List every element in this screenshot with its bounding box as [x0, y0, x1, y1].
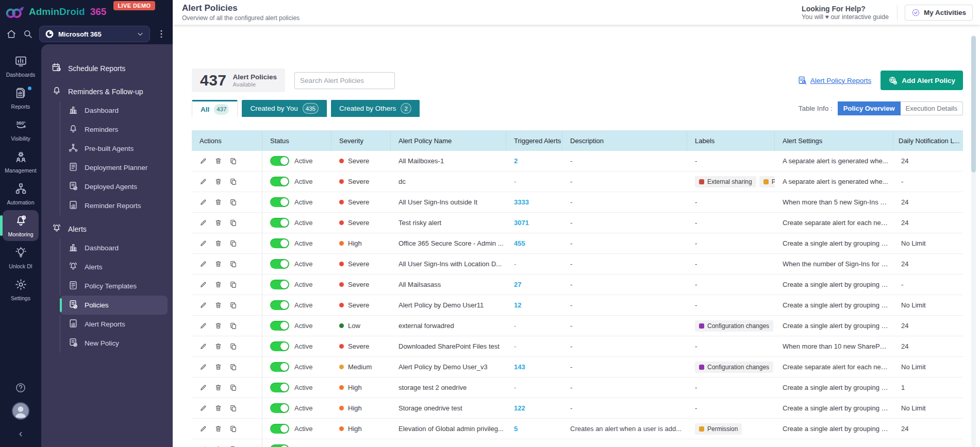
edit-icon[interactable] [200, 178, 207, 185]
sidebar-item-policy-templates[interactable]: Policy Templates [60, 277, 168, 296]
triggered-alerts-link[interactable]: 143 [506, 363, 562, 371]
sidebar-item-deployed-agents[interactable]: Deployed Agents [60, 177, 168, 196]
edit-icon[interactable] [200, 198, 207, 206]
copy-icon[interactable] [229, 157, 237, 165]
copy-icon[interactable] [229, 178, 237, 185]
tab-created-by-others[interactable]: Created by Others 2 [331, 100, 420, 117]
search-icon[interactable] [23, 29, 33, 39]
delete-icon[interactable] [214, 322, 222, 330]
delete-icon[interactable] [214, 260, 222, 268]
home-icon[interactable] [6, 29, 16, 39]
triggered-alerts-link[interactable]: 122 [506, 404, 562, 412]
avatar[interactable] [12, 402, 29, 420]
status-toggle[interactable] [270, 444, 289, 447]
copy-icon[interactable] [229, 219, 237, 227]
delete-icon[interactable] [214, 239, 222, 247]
triggered-alerts-link[interactable]: 12 [506, 301, 562, 309]
tab-all[interactable]: All 437 [192, 100, 238, 117]
edit-icon[interactable] [200, 239, 207, 247]
status-toggle[interactable] [270, 383, 289, 392]
delete-icon[interactable] [214, 363, 222, 371]
collapse-sidebar-icon[interactable]: ‹ [15, 428, 26, 440]
status-toggle[interactable] [270, 362, 289, 372]
delete-icon[interactable] [214, 425, 222, 433]
triggered-alerts-link[interactable]: 455 [506, 239, 562, 247]
copy-icon[interactable] [229, 342, 237, 350]
copy-icon[interactable] [229, 239, 237, 247]
status-toggle[interactable] [270, 424, 289, 434]
sidebar-item-alerts[interactable]: Alerts [60, 257, 168, 277]
sidebar-item-alerts[interactable]: Alerts [47, 219, 168, 238]
edit-icon[interactable] [200, 384, 207, 391]
status-toggle[interactable] [270, 403, 289, 413]
copy-icon[interactable] [229, 404, 237, 412]
sidebar-item-schedule-reports[interactable]: Schedule Reports [47, 59, 168, 78]
edit-icon[interactable] [200, 342, 207, 350]
sidebar-item-deployment-planner[interactable]: Deployment Planner [60, 158, 168, 177]
triggered-alerts-link[interactable]: 3333 [506, 198, 562, 206]
edit-icon[interactable] [200, 260, 207, 268]
triggered-alerts-link[interactable]: - [506, 322, 562, 330]
triggered-alerts-link[interactable]: 3071 [506, 219, 562, 227]
edit-icon[interactable] [200, 363, 207, 371]
triggered-alerts-link[interactable]: - [506, 178, 562, 185]
scrollbar[interactable] [971, 35, 976, 447]
copy-icon[interactable] [229, 281, 237, 288]
copy-icon[interactable] [229, 301, 237, 309]
triggered-alerts-link[interactable]: - [506, 260, 562, 268]
status-toggle[interactable] [270, 300, 289, 310]
help-icon[interactable] [15, 382, 26, 393]
status-toggle[interactable] [270, 218, 289, 228]
delete-icon[interactable] [214, 384, 222, 391]
delete-icon[interactable] [214, 404, 222, 412]
delete-icon[interactable] [214, 219, 222, 227]
rail-item-dashboards[interactable]: Dashboards [3, 50, 39, 81]
rail-item-unlock-di[interactable]: Unlock DI [3, 242, 39, 273]
tab-created-by-you[interactable]: Created by You 435 [242, 100, 327, 117]
copy-icon[interactable] [229, 363, 237, 371]
sidebar-item-pre-built-agents[interactable]: Pre-built Agents [60, 139, 168, 158]
delete-icon[interactable] [214, 281, 222, 288]
rail-item-visibility[interactable]: 360° Visibility [3, 114, 39, 145]
status-toggle[interactable] [270, 259, 289, 269]
add-alert-policy-button[interactable]: Add Alert Policy [881, 71, 963, 90]
triggered-alerts-link[interactable]: 5 [506, 425, 562, 433]
status-toggle[interactable] [270, 341, 289, 351]
triggered-alerts-link[interactable]: - [506, 384, 562, 391]
status-toggle[interactable] [270, 321, 289, 331]
workspace-selector[interactable]: Microsoft 365 [39, 26, 150, 42]
copy-icon[interactable] [229, 198, 237, 206]
copy-icon[interactable] [229, 322, 237, 330]
delete-icon[interactable] [214, 342, 222, 350]
sidebar-item-policies[interactable]: Policies [60, 296, 168, 315]
sidebar-item-alert-reports[interactable]: Alert Reports [60, 315, 168, 334]
status-toggle[interactable] [270, 238, 289, 248]
triggered-alerts-link[interactable]: - [506, 342, 562, 350]
delete-icon[interactable] [214, 301, 222, 309]
status-toggle[interactable] [270, 177, 289, 186]
alert-policy-reports-link[interactable]: Alert Policy Reports [798, 76, 872, 85]
sidebar-item-reminders[interactable]: Reminders [60, 120, 168, 139]
rail-item-reports[interactable]: Reports [3, 82, 39, 113]
edit-icon[interactable] [200, 425, 207, 433]
edit-icon[interactable] [200, 322, 207, 330]
edit-icon[interactable] [200, 157, 207, 165]
scrollbar-thumb[interactable] [971, 36, 976, 173]
edit-icon[interactable] [200, 281, 207, 288]
sidebar-item-reminders-follow-up[interactable]: Reminders & Follow-up [47, 82, 168, 101]
sidebar-item-new-policy[interactable]: New Policy [60, 334, 168, 353]
delete-icon[interactable] [214, 178, 222, 185]
sidebar-item-dashboard[interactable]: Dashboard [60, 238, 168, 257]
delete-icon[interactable] [214, 157, 222, 165]
rail-item-automation[interactable]: Automation [3, 178, 39, 209]
copy-icon[interactable] [229, 384, 237, 391]
triggered-alerts-link[interactable]: 2 [506, 157, 562, 165]
edit-icon[interactable] [200, 404, 207, 412]
edit-icon[interactable] [200, 301, 207, 309]
status-toggle[interactable] [270, 197, 289, 207]
status-toggle[interactable] [270, 280, 289, 289]
copy-icon[interactable] [229, 425, 237, 433]
status-toggle[interactable] [270, 156, 289, 166]
rail-item-settings[interactable]: Settings [3, 274, 39, 305]
delete-icon[interactable] [214, 198, 222, 206]
